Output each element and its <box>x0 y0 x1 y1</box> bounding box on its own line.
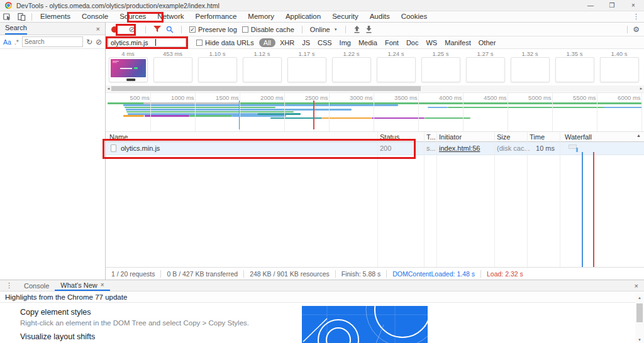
gear-icon[interactable]: ⚙ <box>633 25 640 34</box>
column-time[interactable]: Time <box>530 133 545 141</box>
checkbox-checked-icon: ✓ <box>189 26 196 33</box>
tab-network[interactable]: Network <box>152 11 189 22</box>
export-har-icon[interactable] <box>365 26 372 33</box>
search-input[interactable] <box>22 36 83 47</box>
column-name[interactable]: Name <box>109 133 128 141</box>
tab-whats-new[interactable]: What's New × <box>55 280 109 291</box>
frame-timestamp: 1.12 s <box>240 49 284 57</box>
filmstrip-frame[interactable] <box>243 57 282 82</box>
device-toolbar-icon[interactable] <box>18 13 26 21</box>
network-toolbar: ⊘ ✓ Preserve log Disable cache <box>106 23 644 36</box>
tab-search[interactable]: Search <box>5 23 27 35</box>
tab-console[interactable]: Console <box>76 11 114 22</box>
record-button[interactable] <box>111 26 118 33</box>
hide-data-urls-checkbox[interactable]: Hide data URLs <box>196 39 254 46</box>
devtools-menu-icon[interactable]: ⋮ <box>633 13 640 21</box>
tab-security[interactable]: Security <box>326 11 364 22</box>
filter-type-all[interactable]: All <box>259 38 275 47</box>
whats-new-scrollbar[interactable]: ▲ ▼ <box>635 294 644 343</box>
drawer-menu-icon[interactable]: ⋮ <box>6 281 13 290</box>
column-initiator[interactable]: Initiator <box>439 133 462 141</box>
tab-application[interactable]: Application <box>280 11 326 22</box>
drawer-close-icon[interactable]: × <box>635 282 638 290</box>
column-divider <box>560 132 560 267</box>
filter-type-media[interactable]: Media <box>355 39 380 46</box>
filter-type-font[interactable]: Font <box>382 39 402 46</box>
status-item: 0 B / 427 KB transferred <box>160 270 243 278</box>
match-case-toggle[interactable]: Aa <box>3 38 11 46</box>
filter-type-css[interactable]: CSS <box>314 39 335 46</box>
close-button[interactable]: × <box>623 0 644 11</box>
inspect-element-icon[interactable] <box>3 13 11 21</box>
preserve-log-checkbox[interactable]: ✓ Preserve log <box>189 26 237 33</box>
network-overview[interactable]: 500 ms1000 ms1500 ms2000 ms2500 ms3000 m… <box>106 93 644 132</box>
filmstrip-frame[interactable] <box>198 57 237 82</box>
tab-elements[interactable]: Elements <box>35 11 76 22</box>
scrollbar-thumb[interactable] <box>111 86 421 91</box>
filmstrip-frame[interactable] <box>555 57 594 82</box>
filter-type-manifest[interactable]: Manifest <box>441 39 474 46</box>
filter-input[interactable] <box>108 38 186 47</box>
tab-performance[interactable]: Performance <box>190 11 243 22</box>
scroll-right-icon[interactable]: ► <box>638 85 644 92</box>
clear-requests-button[interactable]: ⊘ <box>126 24 138 34</box>
tab-sources[interactable]: Sources <box>114 11 152 22</box>
tick-label: 6000 ms <box>618 94 640 101</box>
gridline <box>597 93 597 131</box>
filmstrip-frame[interactable] <box>377 57 416 82</box>
filmstrip-slot: 453 ms <box>150 49 195 82</box>
column-waterfall[interactable]: Waterfall <box>565 133 592 141</box>
scroll-left-icon[interactable]: ◄ <box>106 85 111 92</box>
whats-new-panel: Copy element styles Right-click an eleme… <box>0 303 644 343</box>
minimize-button[interactable]: — <box>580 0 601 11</box>
disable-cache-checkbox[interactable]: Disable cache <box>242 26 294 33</box>
regex-toggle[interactable]: .* <box>14 38 19 46</box>
filmstrip-frame[interactable] <box>466 57 505 82</box>
tab-audits[interactable]: Audits <box>364 11 396 22</box>
search-icon[interactable] <box>166 26 174 33</box>
tab-memory[interactable]: Memory <box>242 11 280 22</box>
resource-bar-purple <box>145 115 189 117</box>
filmstrip-frame[interactable] <box>332 57 371 82</box>
filter-type-doc[interactable]: Doc <box>403 39 422 46</box>
column-type[interactable]: T... <box>426 133 436 141</box>
filter-icon[interactable] <box>153 26 161 33</box>
search-panel-close-icon[interactable]: × <box>96 25 100 33</box>
filter-type-ws[interactable]: WS <box>423 39 440 46</box>
throttling-select[interactable]: Online ▼ <box>310 26 338 33</box>
gridline <box>463 93 464 131</box>
whats-new-item-title[interactable]: Copy element styles <box>20 308 91 317</box>
filmstrip-frame[interactable] <box>287 57 326 82</box>
filter-type-other[interactable]: Other <box>475 39 499 46</box>
refresh-icon[interactable]: ↻ <box>86 38 92 46</box>
tick-label: 4000 ms <box>439 94 462 101</box>
filter-type-js[interactable]: JS <box>299 39 313 46</box>
initiator-link[interactable]: index.html:56 <box>439 144 480 152</box>
close-tab-icon[interactable]: × <box>101 281 104 288</box>
column-size[interactable]: Size <box>497 133 510 141</box>
filter-type-xhr[interactable]: XHR <box>277 39 297 46</box>
column-status[interactable]: Status <box>380 133 399 141</box>
scrollbar-thumb[interactable] <box>636 303 643 322</box>
filter-type-img[interactable]: Img <box>336 39 354 46</box>
tab-console[interactable]: Console <box>18 280 55 291</box>
restore-button[interactable]: ❐ <box>601 0 623 11</box>
filmstrip-frame[interactable] <box>109 57 148 82</box>
thumb-dot <box>134 67 138 69</box>
devtools-window: DevTools - olytics.omeda.com/olytics/pro… <box>0 0 644 343</box>
clear-search-icon[interactable]: ⊘ <box>96 38 102 46</box>
tab-cookies[interactable]: Cookies <box>396 11 433 22</box>
whats-new-item-title[interactable]: Visualize layout shifts <box>20 332 95 341</box>
filmstrip-frame[interactable] <box>600 57 639 82</box>
filmstrip-frame[interactable] <box>511 57 550 82</box>
table-row[interactable]: olytics.min.js 200 s... index.html:56 (d… <box>106 142 644 155</box>
gridline <box>284 93 285 131</box>
filmstrip-scrollbar[interactable]: ◄ ► <box>106 85 644 92</box>
filmstrip-frame[interactable] <box>421 57 460 82</box>
filmstrip-frame[interactable] <box>153 57 192 82</box>
tick-label: 4500 ms <box>484 94 506 101</box>
scroll-down-icon[interactable]: ▼ <box>635 338 644 342</box>
sort-asc-icon[interactable]: ▲ <box>636 133 641 138</box>
import-har-icon[interactable] <box>353 26 360 33</box>
scroll-up-icon[interactable]: ▲ <box>635 296 644 300</box>
